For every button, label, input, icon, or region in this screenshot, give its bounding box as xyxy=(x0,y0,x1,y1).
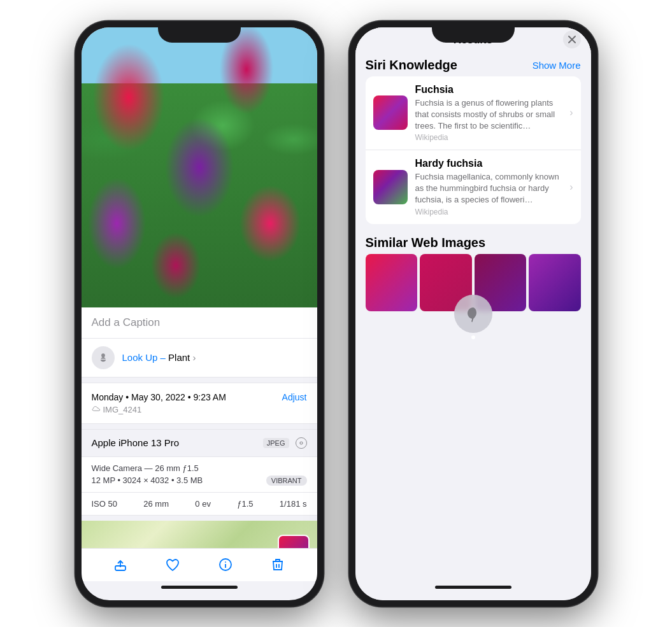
fuchsia-source: Wikipedia xyxy=(415,133,562,142)
vi-dot xyxy=(471,335,475,339)
similar-image-4[interactable] xyxy=(529,254,581,311)
results-header: Results xyxy=(355,27,591,52)
home-indicator-left xyxy=(161,586,238,589)
knowledge-card: Fuchsia Fuchsia is a genus of flowering … xyxy=(366,76,581,224)
hardy-fuchsia-source: Wikipedia xyxy=(415,208,562,216)
fuchsia-description: Fuchsia is a genus of flowering plants t… xyxy=(415,97,562,132)
meta-row-date: Monday • May 30, 2022 • 9:23 AM Adjust xyxy=(92,392,307,402)
device-detail-section: Wide Camera — 26 mm ƒ1.5 12 MP • 3024 × … xyxy=(82,457,317,493)
hardy-fuchsia-chevron: › xyxy=(569,181,573,193)
hardy-fuchsia-text: Hardy fuchsia Fuchsia magellanica, commo… xyxy=(415,158,562,216)
lookup-subject: Plant xyxy=(166,352,190,363)
lookup-label: Look Up – xyxy=(122,352,166,363)
svg-point-4 xyxy=(225,562,225,563)
camera-info: Wide Camera — 26 mm ƒ1.5 xyxy=(92,463,307,473)
exif-ev: 0 ev xyxy=(195,499,211,509)
meta-section: Monday • May 30, 2022 • 9:23 AM Adjust I… xyxy=(82,383,317,424)
bottom-toolbar xyxy=(82,548,317,581)
cloud-icon xyxy=(92,405,101,414)
info-button[interactable] xyxy=(211,551,239,579)
settings-icon[interactable] xyxy=(296,437,307,449)
left-screen: Add a Caption Look Up – Plant › Monday •… xyxy=(82,27,317,600)
share-button[interactable] xyxy=(106,551,134,579)
siri-icon xyxy=(92,346,115,369)
filename-row: IMG_4241 xyxy=(92,405,307,414)
siri-knowledge-header: Siri Knowledge Show More xyxy=(355,52,591,76)
jpeg-badge: JPEG xyxy=(263,438,289,448)
svg-point-0 xyxy=(300,442,303,444)
similar-img-bg-1 xyxy=(366,254,418,311)
home-indicator-right xyxy=(435,586,511,589)
flower-image-left xyxy=(82,27,317,307)
right-screen: Results Siri Knowledge Show More xyxy=(355,27,591,600)
close-button[interactable] xyxy=(563,31,581,48)
hardy-fuchsia-item[interactable]: Hardy fuchsia Fuchsia magellanica, commo… xyxy=(366,150,581,224)
resolution-text: 12 MP • 3024 × 4032 • 3.5 MB xyxy=(92,476,203,485)
fuchsia-item[interactable]: Fuchsia Fuchsia is a genus of flowering … xyxy=(366,76,581,151)
similar-header: Similar Web Images xyxy=(355,229,591,254)
lookup-section[interactable]: Look Up – Plant › xyxy=(82,339,317,377)
fuchsia-chevron: › xyxy=(569,107,573,118)
similar-img-bg-4 xyxy=(529,254,581,311)
similar-image-1[interactable] xyxy=(366,254,418,311)
device-name: Apple iPhone 13 Pro xyxy=(92,437,180,448)
photo-area-left[interactable] xyxy=(82,27,317,307)
badge-row: JPEG xyxy=(263,437,307,449)
exif-shutter: 1/181 s xyxy=(280,499,307,509)
exif-aperture: ƒ1.5 xyxy=(237,499,253,509)
left-phone: Add a Caption Look Up – Plant › Monday •… xyxy=(75,21,324,607)
fuchsia-text: Fuchsia Fuchsia is a genus of flowering … xyxy=(415,84,562,143)
fuchsia-thumb-image xyxy=(373,95,408,130)
resolution-info: 12 MP • 3024 × 4032 • 3.5 MB VIBRANT xyxy=(92,476,307,486)
lookup-chevron: › xyxy=(192,352,196,363)
exif-focal: 26 mm xyxy=(143,499,169,509)
adjust-button[interactable]: Adjust xyxy=(282,392,307,402)
favorite-button[interactable] xyxy=(159,551,187,579)
device-header-row: Apple iPhone 13 Pro JPEG xyxy=(82,430,317,457)
fuchsia-name: Fuchsia xyxy=(415,84,562,95)
hardy-thumb-image xyxy=(373,170,408,204)
exif-row: ISO 50 26 mm 0 ev ƒ1.5 1/181 s xyxy=(82,493,317,515)
hardy-fuchsia-name: Hardy fuchsia xyxy=(415,158,562,169)
fuchsia-thumbnail xyxy=(373,95,408,130)
similar-title: Similar Web Images xyxy=(366,236,486,250)
delete-button[interactable] xyxy=(264,551,292,579)
leaf-icon xyxy=(464,304,483,323)
visual-intelligence-button[interactable] xyxy=(454,295,492,333)
drag-handle[interactable] xyxy=(462,31,485,34)
hardy-fuchsia-thumbnail xyxy=(373,170,408,204)
caption-placeholder[interactable]: Add a Caption xyxy=(92,316,161,328)
hardy-fuchsia-description: Fuchsia magellanica, commonly known as t… xyxy=(415,171,562,206)
device-section: Apple iPhone 13 Pro JPEG Wide Camera — 2… xyxy=(82,429,317,516)
lookup-text[interactable]: Look Up – Plant › xyxy=(122,352,196,363)
show-more-button[interactable]: Show More xyxy=(533,60,581,71)
photo-date: Monday • May 30, 2022 • 9:23 AM xyxy=(92,392,226,402)
results-title: Results xyxy=(454,34,492,46)
filename: IMG_4241 xyxy=(103,405,142,414)
right-phone: Results Siri Knowledge Show More xyxy=(349,21,597,607)
filter-badge: VIBRANT xyxy=(266,476,307,486)
caption-area[interactable]: Add a Caption xyxy=(82,307,317,339)
siri-knowledge-title: Siri Knowledge xyxy=(366,58,457,73)
exif-iso: ISO 50 xyxy=(92,499,117,509)
